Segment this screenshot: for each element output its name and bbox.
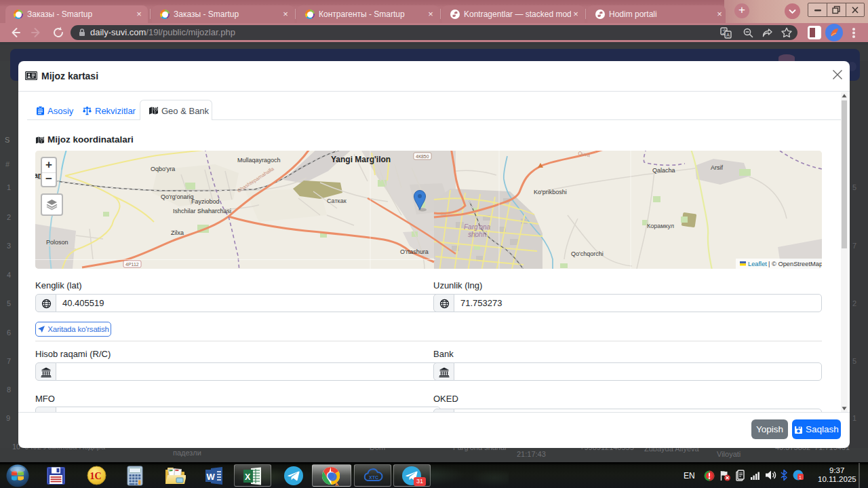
svg-text:4Р112: 4Р112	[125, 262, 139, 267]
svg-text:Arsif: Arsif	[711, 164, 723, 171]
svg-text:Qalacha: Qalacha	[652, 167, 675, 174]
svg-text:Ishchilar Shaharchasi: Ishchilar Shaharchasi	[173, 208, 231, 214]
svg-text:Mullaqayragoch: Mullaqayragoch	[237, 157, 281, 164]
svg-text:Zilxa: Zilxa	[171, 229, 184, 236]
svg-text:O'rtashura: O'rtashura	[400, 248, 429, 255]
svg-text:1С: 1С	[90, 471, 102, 481]
svg-text:Саткак: Саткак	[327, 198, 347, 204]
svg-text:Fayziobod: Fayziobod	[191, 198, 220, 205]
svg-text:Yangi Marg'ilon: Yangi Marg'ilon	[331, 155, 391, 164]
svg-text:Qo'chqorchi: Qo'chqorchi	[571, 250, 604, 257]
svg-text:| © OpenStreetMap: | © OpenStreetMap	[768, 261, 822, 267]
svg-text:A: A	[726, 32, 730, 38]
svg-text:Farg'ona: Farg'ona	[464, 223, 491, 231]
svg-text:1: 1	[799, 475, 802, 480]
svg-text:Корамкул: Корамкул	[647, 223, 674, 229]
svg-text:Ko'prikboshi: Ko'prikboshi	[534, 189, 567, 195]
svg-text:Oqbo'yra: Oqbo'yra	[151, 166, 175, 172]
svg-text:X: X	[245, 472, 251, 482]
svg-text:4К850: 4К850	[416, 154, 429, 159]
svg-text:Leaflet: Leaflet	[748, 261, 767, 267]
svg-text:shohri: shohri	[468, 231, 487, 238]
svg-text:W: W	[207, 472, 216, 482]
svg-text:Poloson: Poloson	[46, 239, 68, 246]
svg-text:Qo'rg'onariq: Qo'rg'onariq	[161, 193, 193, 200]
svg-text:XTC: XTC	[369, 475, 378, 480]
